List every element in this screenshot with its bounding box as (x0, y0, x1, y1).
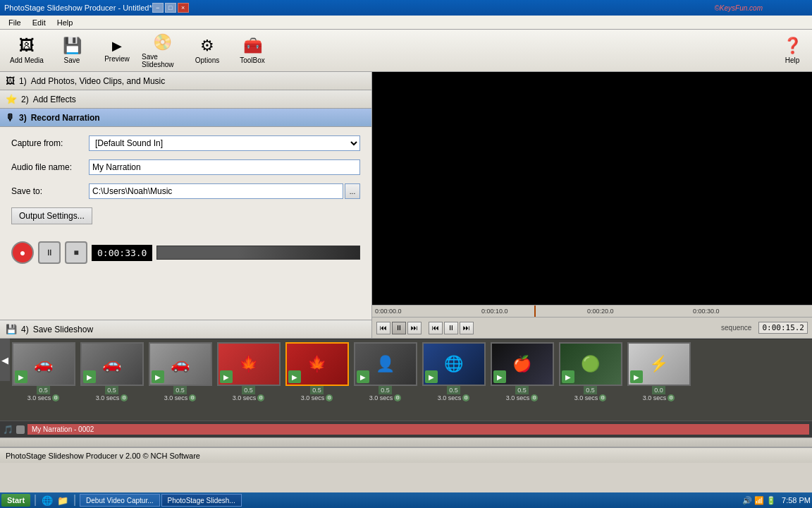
step1-header[interactable]: 🖼 1) Add Photos, Video Clips, and Music (0, 72, 371, 90)
transition-4: 0.5 (242, 386, 255, 394)
transition-2: 0.5 (105, 386, 118, 394)
preview-button[interactable]: ▶ Preview (96, 32, 138, 70)
step4-label: Save Slideshow (33, 325, 93, 334)
slide-arrow-10: ▶ (630, 370, 643, 383)
slide-arrow-8: ▶ (493, 370, 506, 383)
step-back-button[interactable]: ⏮ (429, 322, 443, 334)
audio-track-label (16, 425, 25, 434)
save-label: Save (64, 56, 80, 64)
slide-image-10[interactable]: ⚡ ▶ (627, 342, 691, 386)
slide-arrow-6: ▶ (357, 370, 369, 383)
save-slideshow-label: Save Slideshow (142, 53, 183, 68)
capture-label: Capture from: (11, 138, 89, 148)
close-button[interactable]: × (178, 3, 189, 13)
pause-record-button[interactable]: ⏸ (38, 241, 61, 264)
slide-thumb-3: 🚗 ▶ 0.5 3.0 secs⚙ (147, 342, 214, 401)
step2-label: Add Effects (33, 95, 76, 104)
menu-file[interactable]: File (3, 17, 27, 28)
audio-file-row: Audio file name: (11, 159, 360, 175)
menu-help[interactable]: Help (51, 17, 79, 28)
step2-header[interactable]: ⭐ 2) Add Effects (0, 90, 371, 109)
maximize-button[interactable]: □ (165, 3, 176, 13)
status-text: PhotoStage Slideshow Producer v 2.00 © N… (6, 452, 200, 460)
options-button[interactable]: ⚙ Options (186, 32, 228, 70)
audio-file-input[interactable] (89, 159, 360, 175)
save-to-row: Save to: ... (11, 183, 360, 199)
slide-secs-8: 3.0 secs⚙ (506, 394, 539, 401)
slide-image-5[interactable]: 🍁 ▶ (285, 342, 349, 386)
ruler-mark-0: 0:00:00.0 (375, 308, 402, 315)
slide-image-1[interactable]: 🚗 ▶ (12, 342, 75, 386)
add-media-button[interactable]: 🖼 Add Media (6, 32, 48, 70)
slide-image-8[interactable]: 🍎 ▶ (491, 342, 554, 386)
slide-image-6[interactable]: 👤 ▶ (354, 342, 417, 386)
save-button[interactable]: 💾 Save (51, 32, 93, 70)
taskbar-tray: 🔊 📶 🔋 7:58 PM (742, 496, 811, 505)
time-display: 0:00:33.0 (92, 245, 152, 261)
slide-image-9[interactable]: 🟢 ▶ (559, 342, 622, 386)
save-slideshow-icon: 📀 (153, 33, 172, 52)
title-bar: PhotoStage Slideshow Producer - Untitled… (0, 0, 812, 16)
slide-image-3[interactable]: 🚗 ▶ (149, 342, 212, 386)
narration-track[interactable]: My Narration - 0002 (27, 424, 809, 435)
options-icon: ⚙ (200, 37, 214, 55)
minimize-button[interactable]: − (152, 3, 164, 13)
step-forward-button[interactable]: ⏭ (460, 322, 474, 334)
save-slideshow-button[interactable]: 📀 Save Slideshow (141, 32, 183, 70)
help-button[interactable]: ❓ Help (778, 32, 806, 70)
quicklaunch-ie-icon[interactable]: 🌐 (42, 495, 53, 506)
play-next-button[interactable]: ⏭ (407, 322, 422, 334)
slide-secs-9: 3.0 secs⚙ (574, 394, 607, 401)
recording-progress (156, 246, 360, 260)
preview-label: Preview (104, 55, 130, 63)
transition-9: 0.5 (584, 386, 597, 394)
output-settings-button[interactable]: Output Settings... (11, 207, 92, 224)
capture-select[interactable]: [Default Sound In] (89, 135, 360, 151)
scroll-left-button[interactable]: ◀ (0, 339, 10, 381)
browse-button[interactable]: ... (345, 183, 360, 199)
play-pause-button[interactable]: ⏸ (392, 322, 406, 334)
slide-arrow-5: ▶ (288, 370, 301, 383)
stop-record-button[interactable]: ■ (65, 241, 87, 264)
quicklaunch-folder-icon[interactable]: 📁 (57, 495, 68, 506)
transition-1: 0.5 (37, 386, 50, 394)
slide-image-4[interactable]: 🍁 ▶ (217, 342, 281, 386)
status-bar: PhotoStage Slideshow Producer v 2.00 © N… (0, 447, 812, 463)
step4-header[interactable]: 💾 4) Save Slideshow (0, 320, 371, 339)
taskbar-task-debut[interactable]: Debut Video Captur... (80, 494, 159, 507)
slide-secs-10: 3.0 secs⚙ (643, 394, 675, 401)
preview-icon: ▶ (112, 38, 122, 54)
menu-edit[interactable]: Edit (27, 17, 51, 28)
transition-8: 0.5 (515, 386, 529, 394)
toolbox-button[interactable]: 🧰 ToolBox (231, 32, 273, 70)
slide-secs-6: 3.0 secs⚙ (369, 394, 402, 401)
slide-secs-1: 3.0 secs⚙ (27, 394, 60, 401)
preview-area (372, 72, 812, 305)
watermark: ©KeysFun.com (714, 4, 763, 12)
taskbar-task-photostage[interactable]: PhotoStage Slidesh... (161, 494, 242, 507)
step3-header[interactable]: 🎙 3) Record Narration (0, 109, 371, 127)
playback-controls: ⏮ ⏸ ⏭ ⏮ ⏸ ⏭ sequence 0:00:15.2 (372, 318, 812, 339)
timeline-scrollbar[interactable] (0, 437, 812, 447)
sequence-label: sequence (721, 324, 751, 332)
step-pause-button[interactable]: ⏸ (444, 322, 458, 334)
left-panel: 🖼 1) Add Photos, Video Clips, and Music … (0, 72, 372, 339)
add-media-label: Add Media (10, 56, 44, 64)
slide-thumb-10: ⚡ ▶ 0.0 3.0 secs⚙ (625, 342, 692, 401)
help-label: Help (785, 56, 800, 64)
slide-image-2[interactable]: 🚗 ▶ (80, 342, 144, 386)
slide-arrow-3: ▶ (152, 370, 164, 383)
timeline-area[interactable]: 🚗 ▶ 0.5 3.0 secs⚙ 🚗 ▶ 0.5 3.0 secs⚙ (10, 339, 812, 421)
record-button[interactable]: ● (11, 241, 34, 264)
transition-6: 0.5 (379, 386, 392, 394)
play-first-button[interactable]: ⏮ (376, 322, 390, 334)
title-text: PhotoStage Slideshow Producer - Untitled… (4, 4, 152, 12)
start-button[interactable]: Start (1, 494, 30, 507)
slide-secs-5: 3.0 secs⚙ (301, 394, 333, 401)
step3-number: 3) (19, 113, 27, 123)
save-to-input[interactable] (89, 183, 343, 199)
slide-thumb-9: 🟢 ▶ 0.5 3.0 secs⚙ (557, 342, 624, 401)
step4-icon: 💾 (6, 324, 17, 334)
slide-image-7[interactable]: 🌐 ▶ (422, 342, 486, 386)
music-icon: 🎵 (3, 425, 13, 435)
